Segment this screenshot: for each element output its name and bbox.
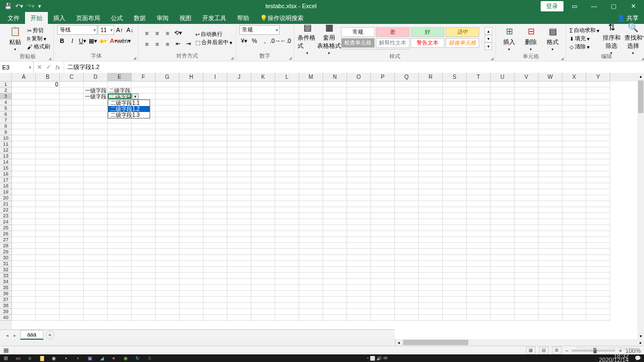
cell[interactable]	[515, 141, 538, 147]
cell[interactable]	[419, 159, 443, 165]
cell[interactable]	[60, 189, 84, 195]
cell[interactable]	[443, 219, 467, 225]
cell[interactable]	[275, 225, 299, 231]
cell[interactable]	[84, 225, 108, 231]
cell[interactable]	[515, 111, 538, 117]
cell[interactable]	[299, 93, 323, 99]
cell[interactable]	[347, 189, 371, 195]
cell[interactable]	[371, 177, 395, 183]
cell[interactable]	[12, 153, 36, 159]
cell[interactable]	[275, 183, 299, 189]
cell[interactable]	[203, 315, 227, 321]
cell[interactable]	[419, 123, 443, 129]
cell[interactable]	[467, 231, 491, 237]
cell[interactable]	[12, 273, 36, 279]
cell[interactable]	[60, 177, 84, 183]
cell[interactable]	[538, 225, 562, 231]
cell[interactable]	[395, 99, 419, 105]
cell[interactable]	[347, 249, 371, 255]
cell[interactable]	[108, 183, 132, 189]
cell[interactable]	[108, 279, 132, 285]
cell[interactable]	[419, 93, 443, 99]
cell[interactable]	[275, 105, 299, 111]
cell[interactable]	[443, 261, 467, 267]
cell[interactable]	[227, 147, 251, 153]
cell[interactable]	[323, 153, 347, 159]
cell[interactable]	[299, 225, 323, 231]
cell[interactable]	[419, 207, 443, 213]
view-pagelayout-icon[interactable]: ▤	[539, 347, 549, 354]
cell[interactable]	[36, 261, 60, 267]
cell[interactable]	[515, 279, 538, 285]
cell[interactable]	[443, 285, 467, 291]
cell[interactable]	[156, 123, 179, 129]
cell[interactable]	[562, 267, 586, 273]
cell[interactable]	[132, 273, 156, 279]
format-painter-button[interactable]: 🖌 格式刷	[27, 43, 50, 51]
cell[interactable]	[323, 315, 347, 321]
cell[interactable]	[275, 219, 299, 225]
cell[interactable]	[203, 82, 227, 88]
cell[interactable]	[299, 291, 323, 297]
col-header[interactable]: G	[156, 73, 179, 82]
cell[interactable]	[515, 315, 538, 321]
cell[interactable]	[538, 93, 562, 99]
cell[interactable]	[12, 147, 36, 153]
cell[interactable]	[515, 291, 538, 297]
cell[interactable]	[108, 153, 132, 159]
cell[interactable]	[395, 279, 419, 285]
cell[interactable]	[156, 243, 179, 249]
cell[interactable]	[562, 201, 586, 207]
cell[interactable]	[467, 267, 491, 273]
insert-cells-button[interactable]: ⊞插入▾	[499, 25, 519, 52]
cell[interactable]	[275, 273, 299, 279]
cell[interactable]	[179, 183, 203, 189]
cell[interactable]	[227, 303, 251, 309]
cell[interactable]	[60, 309, 84, 315]
cell[interactable]	[132, 171, 156, 177]
cell[interactable]	[347, 111, 371, 117]
col-header[interactable]: Q	[395, 73, 419, 82]
cell[interactable]	[323, 159, 347, 165]
cell[interactable]	[323, 105, 347, 111]
cell[interactable]	[156, 261, 179, 267]
cell[interactable]	[515, 165, 538, 171]
row-header[interactable]: 28	[0, 243, 12, 249]
cell[interactable]	[12, 117, 36, 123]
cell-styles-gallery[interactable]: 常规差好适中检查单元格解释性文本警告文本链接单元格计算输出	[341, 27, 482, 50]
cell[interactable]	[323, 261, 347, 267]
cell[interactable]	[275, 201, 299, 207]
cell[interactable]	[12, 93, 36, 99]
underline-button[interactable]: U▾	[78, 36, 88, 46]
cell[interactable]	[275, 147, 299, 153]
cell[interactable]	[84, 243, 108, 249]
row-header[interactable]: 34	[0, 279, 12, 285]
cell[interactable]	[156, 201, 179, 207]
cell[interactable]	[395, 315, 419, 321]
cell[interactable]	[132, 255, 156, 261]
cell[interactable]	[12, 183, 36, 189]
cell[interactable]	[586, 219, 610, 225]
cell[interactable]	[467, 225, 491, 231]
cell[interactable]	[203, 147, 227, 153]
cell[interactable]	[347, 225, 371, 231]
cell[interactable]	[419, 285, 443, 291]
row-header[interactable]: 31	[0, 261, 12, 267]
cell[interactable]	[36, 165, 60, 171]
cell[interactable]	[299, 171, 323, 177]
cell[interactable]	[84, 267, 108, 273]
col-header[interactable]: B	[36, 73, 60, 82]
cell[interactable]	[467, 309, 491, 315]
cell[interactable]	[179, 291, 203, 297]
cell[interactable]	[251, 273, 275, 279]
cell[interactable]	[156, 177, 179, 183]
cell[interactable]	[419, 165, 443, 171]
cell[interactable]	[12, 123, 36, 129]
cell[interactable]	[371, 225, 395, 231]
cell[interactable]	[515, 225, 538, 231]
qat-more-icon[interactable]: ▾	[38, 3, 41, 10]
cell[interactable]	[108, 231, 132, 237]
cell[interactable]	[515, 213, 538, 219]
cell[interactable]	[203, 237, 227, 243]
cell[interactable]	[443, 111, 467, 117]
